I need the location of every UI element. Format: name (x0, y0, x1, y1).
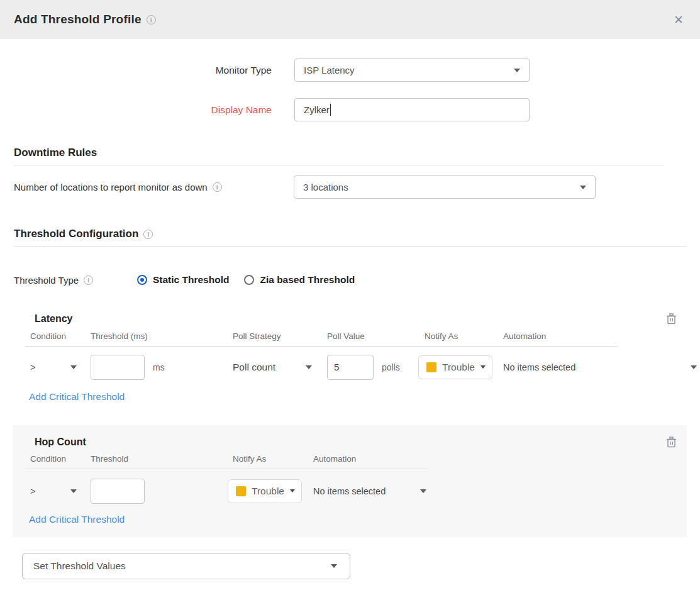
threshold-config-section: Threshold Configuration (14, 228, 700, 247)
display-name-row: Display Name Zylker (0, 98, 700, 121)
locations-select[interactable]: 3 locations (294, 175, 596, 199)
locations-row: Number of locations to report monitor as… (14, 175, 700, 199)
divider (14, 246, 687, 247)
chevron-down-icon (481, 365, 486, 369)
notify-as-value: Trouble (252, 486, 284, 497)
automation-select[interactable]: No items selected (503, 362, 700, 372)
latency-card-head: Latency (0, 313, 700, 325)
notify-as-cell: Trouble (418, 355, 503, 379)
latency-row: > ms Poll count polls Trouble No items s… (25, 354, 700, 380)
hop-count-table-header: Condition Threshold Notify As Automation (25, 454, 428, 469)
threshold-config-title: Threshold Configuration (14, 228, 138, 240)
threshold-input[interactable] (91, 479, 145, 504)
radio-static-threshold[interactable]: Static Threshold (137, 274, 229, 286)
chevron-down-icon (70, 365, 77, 369)
monitor-type-label: Monitor Type (0, 65, 272, 76)
chevron-down-icon (290, 489, 295, 492)
latency-card: Latency Condition Threshold (ms) Poll St… (0, 313, 700, 403)
trash-icon[interactable] (666, 436, 677, 448)
threshold-unit: ms (153, 362, 165, 372)
divider (14, 165, 664, 165)
condition-value: > (30, 362, 36, 372)
poll-unit: polls (382, 362, 400, 372)
threshold-type-label: Threshold Type (14, 275, 79, 286)
radio-selected-icon (137, 275, 147, 285)
chevron-down-icon (514, 69, 520, 72)
dialog-title: Add Threshold Profile (14, 13, 142, 26)
radio-static-label: Static Threshold (153, 274, 229, 286)
info-icon[interactable] (147, 15, 156, 25)
trash-icon[interactable] (666, 313, 677, 325)
text-cursor (330, 104, 331, 116)
notify-as-dropdown[interactable]: Trouble (418, 355, 492, 379)
automation-value: No items selected (313, 486, 386, 496)
add-critical-threshold-link[interactable]: Add Critical Threshold (29, 391, 125, 403)
poll-strategy-value: Poll count (233, 362, 275, 373)
info-icon[interactable] (143, 230, 153, 239)
col-poll-strategy: Poll Strategy (233, 331, 327, 341)
poll-strategy-select[interactable]: Poll count (233, 362, 327, 373)
chevron-down-icon (306, 365, 312, 369)
chevron-down-icon (331, 564, 337, 568)
col-notify-as: Notify As (418, 331, 503, 341)
notify-as-cell: Trouble (228, 479, 313, 503)
col-condition: Condition (25, 454, 91, 464)
trouble-status-icon (236, 486, 246, 496)
close-icon[interactable] (674, 14, 684, 26)
info-icon[interactable] (84, 275, 93, 285)
col-threshold: Threshold (ms) (91, 331, 233, 341)
set-threshold-values-label: Set Threshold Values (33, 560, 126, 572)
monitor-type-select[interactable]: ISP Latency (294, 58, 530, 82)
monitor-type-row: Monitor Type ISP Latency (0, 58, 700, 82)
col-threshold: Threshold (91, 454, 233, 464)
notify-as-value: Trouble (442, 362, 475, 373)
radio-unselected-icon (244, 275, 254, 285)
threshold-type-row: Threshold Type Static Threshold Zia base… (14, 274, 700, 286)
col-automation: Automation (313, 454, 426, 464)
trouble-status-icon (426, 362, 436, 372)
downtime-rules-title: Downtime Rules (14, 147, 700, 159)
info-icon[interactable] (213, 182, 222, 192)
radio-zia-threshold[interactable]: Zia based Threshold (244, 274, 355, 286)
display-name-value: Zylker (304, 104, 330, 115)
poll-value-input[interactable] (327, 355, 374, 380)
top-form: Monitor Type ISP Latency Display Name Zy… (0, 58, 700, 121)
automation-value: No items selected (503, 362, 575, 372)
hop-count-title: Hop Count (35, 437, 86, 448)
radio-zia-label: Zia based Threshold (260, 274, 355, 286)
threshold-config-title-wrap: Threshold Configuration (14, 228, 700, 240)
threshold-input[interactable] (91, 355, 145, 380)
locations-value: 3 locations (303, 182, 348, 192)
condition-select[interactable]: > (25, 486, 91, 496)
condition-select[interactable]: > (25, 362, 91, 372)
latency-title: Latency (35, 313, 72, 325)
display-name-label: Display Name (0, 104, 272, 116)
set-threshold-values-select[interactable]: Set Threshold Values (22, 553, 350, 579)
hop-count-row: > Trouble No items selected (25, 478, 687, 504)
downtime-rules-section: Downtime Rules (14, 147, 700, 165)
threshold-type-label-wrap: Threshold Type (14, 275, 137, 286)
chevron-down-icon (420, 489, 426, 493)
notify-as-dropdown[interactable]: Trouble (228, 479, 302, 503)
poll-value-cell: polls (327, 355, 418, 380)
chevron-down-icon (691, 365, 697, 369)
automation-select[interactable]: No items selected (313, 486, 426, 496)
dialog-header: Add Threshold Profile (0, 0, 700, 39)
monitor-type-value: ISP Latency (304, 65, 355, 75)
latency-table-header: Condition Threshold (ms) Poll Strategy P… (25, 331, 618, 347)
chevron-down-icon (70, 489, 77, 493)
chevron-down-icon (580, 186, 586, 189)
col-notify-as: Notify As (233, 454, 313, 464)
col-poll-value: Poll Value (327, 331, 418, 341)
locations-label-wrap: Number of locations to report monitor as… (14, 182, 294, 192)
add-critical-threshold-link[interactable]: Add Critical Threshold (29, 514, 125, 525)
locations-label: Number of locations to report monitor as… (14, 182, 208, 192)
display-name-input[interactable]: Zylker (294, 98, 530, 121)
hop-count-card: Hop Count Condition Threshold Notify As … (13, 425, 687, 537)
col-condition: Condition (25, 331, 91, 341)
threshold-cell (91, 479, 233, 504)
col-automation: Automation (503, 331, 618, 341)
condition-value: > (30, 486, 36, 496)
hop-count-card-head: Hop Count (13, 436, 687, 448)
threshold-cell: ms (91, 355, 233, 380)
